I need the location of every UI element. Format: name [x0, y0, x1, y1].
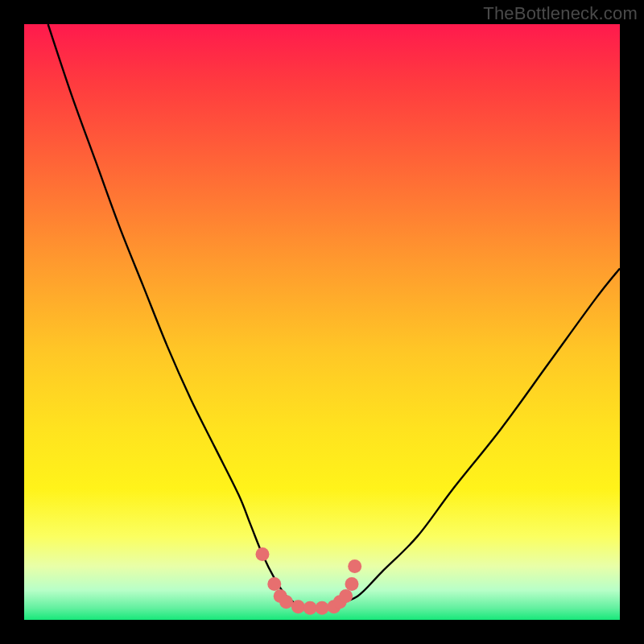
bottleneck-curve — [48, 24, 620, 609]
trough-dot — [345, 577, 359, 591]
trough-dot — [256, 547, 270, 561]
trough-dot — [316, 601, 329, 615]
chart-frame: TheBottleneck.com — [0, 0, 644, 644]
trough-dot — [303, 601, 317, 615]
plot-area — [24, 24, 620, 620]
trough-dot — [291, 600, 305, 613]
watermark-text: TheBottleneck.com — [483, 3, 638, 24]
curve-layer — [24, 24, 620, 620]
trough-dot — [348, 559, 361, 573]
trough-dot — [339, 589, 353, 603]
trough-dot-group — [256, 547, 362, 615]
trough-dot — [267, 577, 281, 591]
trough-dot — [279, 595, 293, 609]
